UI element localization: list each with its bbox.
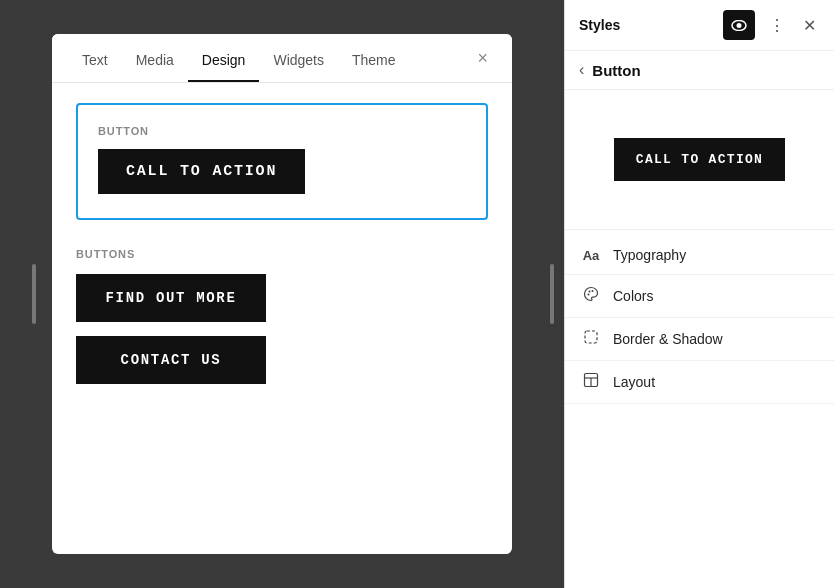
more-options-button[interactable]: ⋮	[765, 14, 789, 37]
colors-icon	[581, 286, 601, 306]
styles-title: Styles	[579, 17, 620, 33]
close-styles-button[interactable]: ✕	[799, 14, 820, 37]
right-scrollbar[interactable]	[550, 0, 554, 588]
editor-card: Text Media Design Widgets Theme × BUTTON…	[52, 34, 512, 554]
buttons-section-label: BUTTONS	[76, 248, 488, 260]
typography-icon: Aa	[581, 248, 601, 263]
left-scrollbar[interactable]	[32, 0, 36, 588]
back-arrow-icon[interactable]: ‹	[579, 61, 584, 79]
typography-label: Typography	[613, 247, 686, 263]
tabs-bar: Text Media Design Widgets Theme ×	[52, 34, 512, 83]
close-button[interactable]: ×	[469, 44, 496, 73]
eye-icon	[731, 20, 747, 31]
colors-label: Colors	[613, 288, 653, 304]
svg-point-3	[589, 291, 591, 293]
tab-media[interactable]: Media	[122, 34, 188, 82]
svg-rect-5	[585, 331, 597, 343]
typography-option[interactable]: Aa Typography	[565, 236, 834, 275]
styles-header: Styles ⋮ ✕	[565, 0, 834, 51]
tab-theme[interactable]: Theme	[338, 34, 410, 82]
layout-label: Layout	[613, 374, 655, 390]
svg-point-4	[592, 290, 594, 292]
svg-point-2	[588, 294, 590, 296]
editor-content: BUTTON CALL TO ACTION BUTTONS FIND OUT M…	[52, 83, 512, 408]
tab-text[interactable]: Text	[68, 34, 122, 82]
styles-panel: Styles ⋮ ✕ ‹ Button CALL TO ACTION Aa Ty…	[564, 0, 834, 588]
contact-us-button[interactable]: CONTACT US	[76, 336, 266, 384]
preview-cta-button[interactable]: CALL TO ACTION	[614, 138, 785, 181]
find-out-more-button[interactable]: FIND OUT MORE	[76, 274, 266, 322]
border-shadow-icon	[581, 329, 601, 349]
border-shadow-label: Border & Shadow	[613, 331, 723, 347]
header-icons: ⋮ ✕	[723, 10, 820, 40]
call-to-action-button[interactable]: CALL TO ACTION	[98, 149, 305, 194]
layout-icon	[581, 372, 601, 392]
buttons-section: BUTTONS FIND OUT MORE CONTACT US	[76, 248, 488, 384]
tab-widgets[interactable]: Widgets	[259, 34, 338, 82]
button-section-label: BUTTON	[98, 125, 466, 137]
button-back-heading: ‹ Button	[565, 51, 834, 90]
buttons-list: FIND OUT MORE CONTACT US	[76, 274, 488, 384]
layout-option[interactable]: Layout	[565, 361, 834, 404]
border-shadow-option[interactable]: Border & Shadow	[565, 318, 834, 361]
tab-design[interactable]: Design	[188, 34, 260, 82]
left-panel: Text Media Design Widgets Theme × BUTTON…	[0, 0, 564, 588]
button-heading-label: Button	[592, 62, 640, 79]
button-selected-section: BUTTON CALL TO ACTION	[76, 103, 488, 220]
svg-point-1	[737, 23, 742, 28]
eye-button[interactable]	[723, 10, 755, 40]
colors-option[interactable]: Colors	[565, 275, 834, 318]
preview-box: CALL TO ACTION	[565, 90, 834, 230]
style-options: Aa Typography Colors Border & Sha	[565, 230, 834, 410]
